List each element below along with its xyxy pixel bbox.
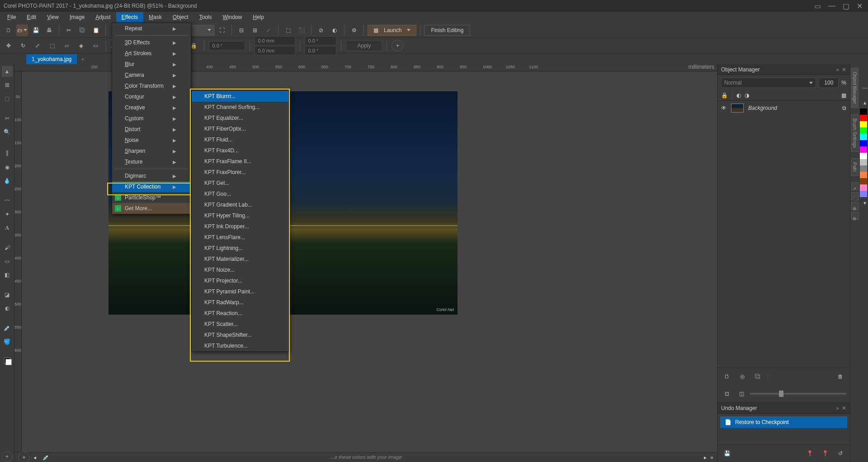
skew-tool[interactable]: ▱ [61,40,72,52]
color-swatch[interactable] [860,121,867,127]
color-swatch[interactable] [860,115,867,121]
new-group-button[interactable]: ⿻ [752,371,764,382]
effects-item-digimarc[interactable]: Digimarc▶ [112,170,191,181]
kpt-item-kpt-shapeshifter-[interactable]: KPT ShapeShifter... [192,330,288,340]
kpt-item-kpt-reaction-[interactable]: KPT Reaction... [192,308,288,319]
menu-mask[interactable]: Mask [143,12,167,22]
menu-window[interactable]: Window [217,12,248,22]
kpt-item-kpt-radwarp-[interactable]: KPT RadWarp... [192,297,288,308]
pick-tool[interactable]: ▲ [2,66,13,77]
docker-tab-icon[interactable]: ⚫ [851,192,859,200]
kpt-item-kpt-fraxflame-ii-[interactable]: KPT FraxFlame II... [192,156,288,167]
horizontal-scroll-left[interactable]: ◂ [33,454,36,461]
kpt-item-kpt-pyramid-paint-[interactable]: KPT Pyramid Paint... [192,286,288,297]
new-lens-button[interactable]: ◎ [736,371,748,382]
rotation-field[interactable]: 0.0 ° [209,41,245,50]
object-link-icon[interactable]: ⧉ [842,105,846,111]
blend-mode-select[interactable]: Normal [721,78,816,88]
paint-tool[interactable]: 🖌 [2,242,13,253]
menu-adjust[interactable]: Adjust [90,12,116,22]
effects-item-sharpen[interactable]: Sharpen▶ [112,146,191,156]
effects-item-blur[interactable]: Blur▶ [112,59,191,70]
docker-tab-icon[interactable]: ⊕ [851,202,859,210]
size-tool[interactable]: ⬚ [46,40,58,52]
color-swatch[interactable] [3,356,12,365]
open-button[interactable]: 🗁 [16,24,28,36]
menu-file[interactable]: File [2,12,21,22]
document-tab[interactable]: 1_yokohama.jpg [26,54,77,64]
kpt-item-kpt-noize-[interactable]: KPT Noize... [192,264,288,275]
color-swatch[interactable] [860,108,867,115]
effects-item-custom[interactable]: Custom▶ [112,113,191,124]
zoom-tool[interactable]: 🔍 [2,127,13,137]
horizontal-scroll-end[interactable]: » [710,454,713,461]
checkpoint-2-button[interactable]: 📍 [819,448,831,459]
kpt-item-kpt-materializer-[interactable]: KPT Materializer... [192,254,288,264]
effects-item-creative[interactable]: Creative▶ [112,102,191,113]
effects-item-contour[interactable]: Contour▶ [112,91,191,102]
menu-object[interactable]: Object [167,12,194,22]
clone-tool[interactable]: ‖ [2,146,13,159]
options-button[interactable]: ⚙ [348,24,360,36]
dropshadow-tool[interactable]: ◪ [2,289,13,300]
color-swatch[interactable] [860,140,867,146]
color-swatch[interactable] [860,184,867,191]
eraser-tool[interactable]: ◧ [2,269,13,280]
dx-field[interactable]: 0.0 mm [255,36,295,45]
clear-mask-button[interactable]: ⊘ [315,24,327,36]
opacity-field[interactable]: 100 [819,78,839,88]
rectangle-mask-tool[interactable]: ⬚ [2,93,13,104]
fill-tool[interactable]: 🪣 [2,336,13,347]
distort-tool[interactable]: ◈ [75,40,87,52]
minimize-button[interactable]: — [826,2,837,10]
grid-button[interactable]: ⊞ [249,24,261,36]
kpt-item-kpt-fiberoptix-[interactable]: KPT FiberOptix... [192,123,288,134]
fullscreen-button[interactable]: ⛶ [216,24,228,36]
effects-item-art-strokes[interactable]: Art Strokes▶ [112,48,191,59]
touch-up-tool[interactable]: 💧 [2,175,13,186]
effects-item-color-transform[interactable]: Color Transform▶ [112,80,191,91]
print-button[interactable]: 🖶 [43,24,55,36]
horizontal-scroll-right[interactable]: ▸ [704,454,707,461]
new-tab-button[interactable]: ＋ [79,55,87,63]
docker-tab-icon[interactable]: ↗ [851,182,859,190]
checker-icon[interactable]: ▦ [841,92,846,99]
maximize-button[interactable]: ▢ [841,2,851,10]
docker-tab-brush-settings[interactable]: Brush Settings [851,114,859,152]
docker-tab-object-manager[interactable]: Object Manager [851,68,859,108]
color-swatch[interactable] [860,165,867,172]
kpt-item-kpt-turbulence-[interactable]: KPT Turbulence... [192,340,288,351]
mask-transform-tool[interactable]: ⊞ [2,80,13,90]
undo-docker-menu-icon[interactable]: » [836,405,839,411]
rotate-tool[interactable]: ↻ [17,40,29,52]
color-swatch[interactable] [860,172,867,178]
color-swatch[interactable] [860,191,867,197]
kpt-item-kpt-lightning-[interactable]: KPT Lightning... [192,243,288,254]
new-button[interactable]: 🗋 [3,24,14,36]
color-swatch[interactable] [860,146,867,153]
menu-view[interactable]: View [42,12,64,22]
save-button[interactable]: 💾 [30,24,42,36]
perspective-tool[interactable]: ▭ [90,40,101,52]
undo-item[interactable]: 📄 Restore to Checkpoint [720,416,847,428]
crop-tool[interactable]: ✂ [2,113,13,124]
close-button[interactable]: ✕ [855,2,864,10]
kpt-item-kpt-hyper-tiling-[interactable]: KPT Hyper Tiling... [192,210,288,221]
effects-item-texture[interactable]: Texture▶ [112,156,191,167]
scale-tool[interactable]: ⤢ [32,40,43,52]
effects-item-kpt-collection[interactable]: KPT Collection▶ [112,181,191,192]
color-swatch[interactable] [860,159,867,165]
mask-marquee-button[interactable]: ⬚ [282,24,294,36]
kpt-item-kpt-scatter-[interactable]: KPT Scatter... [192,319,288,330]
docker-close-icon[interactable]: ✕ [842,66,846,73]
eyedropper-tool[interactable]: 💉 [2,323,13,334]
color-swatch[interactable] [860,127,867,134]
effects-item-distort[interactable]: Distort▶ [112,124,191,135]
kpt-item-kpt-ink-dropper-[interactable]: KPT Ink Dropper... [192,221,288,232]
docker-tab-path[interactable]: Path [851,158,859,176]
clip-icon[interactable]: ◑ [745,92,749,99]
launch-button[interactable]: ▦Launch [368,25,416,36]
copy-button[interactable]: ⿻ [76,24,88,36]
guidelines-button[interactable]: ⟋ [263,24,274,36]
apply-button[interactable]: Apply [346,40,382,51]
